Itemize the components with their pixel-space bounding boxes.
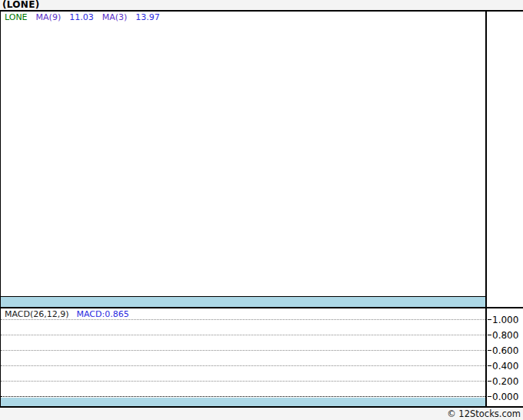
y-axis-tick	[488, 350, 491, 351]
y-axis-tick-label: 0.400	[492, 361, 518, 372]
ma3-value: 13.97	[135, 13, 160, 22]
macd-label: MACD(26,12,9)	[5, 310, 69, 319]
y-axis-tick	[488, 381, 491, 382]
ma3-label: MA(3)	[102, 13, 128, 22]
separator-band-bottom	[1, 398, 485, 406]
indicator-row: LONE MA(9) 11.03 MA(3) 13.97	[5, 13, 160, 22]
zero-gridline	[1, 396, 485, 397]
y-axis-tick-label: 0.200	[492, 376, 518, 387]
separator-band-top	[1, 297, 485, 307]
gridline	[1, 365, 485, 366]
stock-chart-screen: (LONE) LONE MA(9) 11.03 MA(3) 13.97 MACD…	[0, 0, 523, 420]
y-axis-line	[485, 12, 487, 406]
y-axis-tick	[488, 396, 491, 397]
page-title: (LONE)	[2, 0, 39, 10]
gridline	[1, 319, 485, 320]
macd-value: MACD:0.865	[77, 310, 129, 319]
y-axis-tick-label: 0.000	[492, 392, 518, 402]
y-axis-tick	[488, 335, 491, 335]
footer-band: © 12Stocks.com	[0, 408, 523, 420]
ma9-label: MA(9)	[36, 13, 62, 22]
header-band: (LONE)	[0, 0, 523, 10]
y-axis-tick	[488, 319, 491, 320]
gridline	[1, 350, 485, 351]
gridline	[1, 335, 485, 335]
price-chart-panel: LONE MA(9) 11.03 MA(3) 13.97	[1, 12, 485, 296]
ma9-value: 11.03	[69, 13, 94, 22]
symbol-label: LONE	[5, 13, 28, 22]
gridline	[1, 381, 485, 382]
macd-indicator-row: MACD(26,12,9) MACD:0.865	[5, 310, 129, 319]
footer-credit: © 12Stocks.com	[447, 408, 521, 419]
macd-panel: MACD(26,12,9) MACD:0.865	[1, 308, 485, 406]
y-axis-tick-label: 1.000	[492, 315, 518, 325]
y-axis-tick-label: 0.600	[492, 345, 518, 356]
y-axis-tick	[488, 365, 491, 366]
y-axis-tick-label: 0.800	[492, 330, 518, 341]
